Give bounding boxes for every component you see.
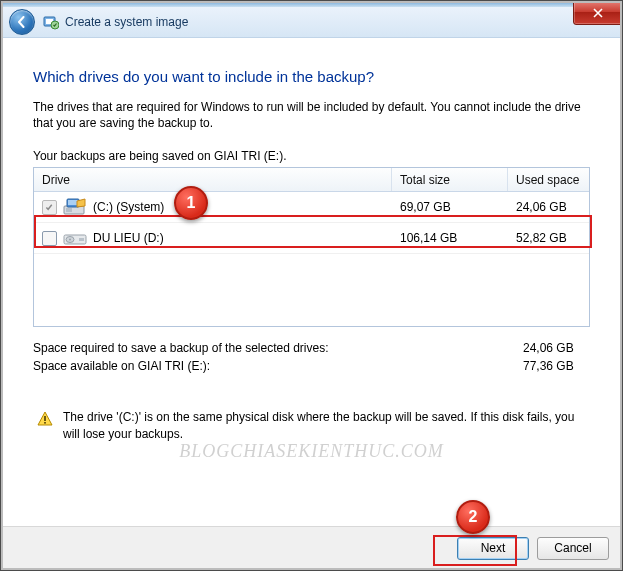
svg-rect-11: [44, 416, 46, 421]
callout-1: 1: [174, 186, 208, 220]
drive-used: 24,06 GB: [508, 200, 589, 214]
drive-checkbox: [42, 200, 57, 215]
drive-used: 52,82 GB: [508, 231, 589, 245]
footer-bar: Next Cancel: [2, 526, 621, 569]
system-image-icon: [43, 14, 59, 30]
next-button[interactable]: Next: [457, 537, 529, 560]
table-row[interactable]: DU LIEU (D:) 106,14 GB 52,82 GB: [34, 223, 589, 254]
table-header: Drive Total size Used space: [34, 168, 589, 192]
system-drive-icon: [63, 198, 87, 216]
space-available-label: Space available on GIAI TRI (E:):: [33, 359, 523, 373]
col-header-drive[interactable]: Drive: [34, 168, 392, 191]
back-button[interactable]: [9, 9, 35, 35]
close-button[interactable]: [573, 1, 623, 25]
callout-2: 2: [456, 500, 490, 534]
drive-label: (C:) (System): [93, 200, 164, 214]
drive-checkbox[interactable]: [42, 231, 57, 246]
warning-block: The drive '(C:)' is on the same physical…: [33, 409, 590, 453]
svg-rect-12: [44, 422, 46, 424]
warning-text: The drive '(C:)' is on the same physical…: [63, 409, 586, 441]
svg-rect-4: [66, 208, 72, 212]
space-required-value: 24,06 GB: [523, 341, 590, 355]
drive-total: 69,07 GB: [392, 200, 508, 214]
table-empty-space: [34, 254, 589, 326]
drive-label: DU LIEU (D:): [93, 231, 164, 245]
cancel-button[interactable]: Cancel: [537, 537, 609, 560]
window-title: Create a system image: [65, 15, 188, 29]
space-required-label: Space required to save a backup of the s…: [33, 341, 523, 355]
col-header-total[interactable]: Total size: [392, 168, 508, 191]
table-row[interactable]: (C:) (System) 69,07 GB 24,06 GB: [34, 192, 589, 223]
drive-icon: [63, 229, 87, 247]
col-header-used[interactable]: Used space: [508, 168, 589, 191]
drives-table: Drive Total size Used space: [33, 167, 590, 327]
close-icon: [593, 8, 603, 18]
description-text: The drives that are required for Windows…: [33, 99, 590, 131]
drive-total: 106,14 GB: [392, 231, 508, 245]
svg-rect-10: [79, 238, 84, 241]
back-arrow-icon: [16, 16, 28, 28]
warning-icon: [37, 411, 53, 427]
title-bar: Create a system image: [1, 7, 622, 38]
save-location-text: Your backups are being saved on GIAI TRI…: [33, 149, 590, 163]
wizard-window: Create a system image Which drives do yo…: [0, 0, 623, 571]
space-available-value: 77,36 GB: [523, 359, 590, 373]
svg-point-9: [69, 239, 71, 241]
summary-block: Space required to save a backup of the s…: [33, 341, 590, 373]
page-heading: Which drives do you want to include in t…: [33, 68, 590, 85]
content-area: Which drives do you want to include in t…: [1, 38, 622, 454]
